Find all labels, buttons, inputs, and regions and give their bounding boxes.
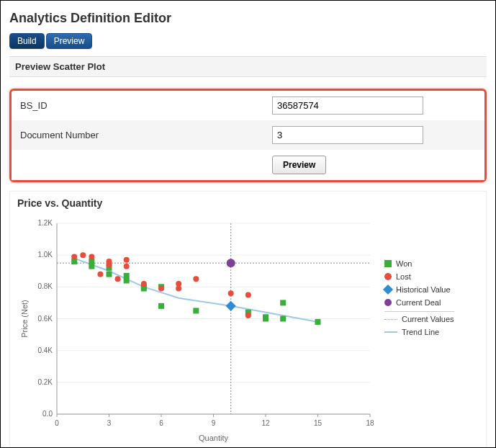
highlight-box: BS_ID Document Number Preview: [9, 89, 487, 182]
form-row-bsid: BS_ID: [12, 91, 484, 120]
tab-preview[interactable]: Preview: [46, 33, 93, 49]
svg-rect-43: [193, 308, 199, 313]
svg-text:Price (Net): Price (Net): [20, 300, 29, 338]
line-icon: [384, 331, 397, 333]
legend-currentdeal-label: Current Deal: [396, 298, 441, 307]
svg-point-58: [124, 257, 130, 263]
chart-title: Price vs. Quantity: [17, 197, 479, 209]
svg-point-50: [71, 254, 77, 259]
circle-icon: [384, 273, 392, 280]
legend-lost-label: Lost: [396, 272, 411, 281]
bsid-label: BS_ID: [20, 100, 272, 111]
svg-text:0.2K: 0.2K: [37, 378, 53, 386]
svg-point-64: [228, 290, 234, 296]
legend-currentvalues-label: Current Values: [402, 315, 454, 323]
chart-card: Price vs. Quantity 0.00.2K0.4K0.6K0.8K1.…: [9, 191, 487, 448]
svg-text:3: 3: [107, 419, 112, 427]
svg-text:0.0: 0.0: [42, 410, 53, 418]
legend-historical: Historical Value: [384, 285, 454, 294]
svg-rect-67: [226, 301, 236, 311]
diamond-icon: [383, 285, 393, 295]
svg-point-62: [176, 286, 181, 292]
svg-text:6: 6: [159, 419, 163, 427]
legend-lost: Lost: [384, 272, 454, 281]
svg-text:18: 18: [366, 419, 374, 427]
svg-text:0.4K: 0.4K: [37, 346, 53, 354]
svg-point-53: [97, 272, 103, 277]
svg-rect-36: [107, 272, 112, 277]
svg-rect-48: [280, 316, 286, 322]
tabs: Build Preview: [9, 33, 487, 49]
svg-text:9: 9: [212, 419, 216, 427]
legend-currentvalues: Current Values: [384, 315, 454, 323]
svg-point-52: [89, 254, 94, 259]
svg-rect-46: [263, 316, 269, 322]
svg-rect-42: [158, 303, 164, 309]
svg-text:15: 15: [314, 419, 323, 427]
svg-point-68: [227, 259, 235, 267]
svg-text:Quantity: Quantity: [199, 434, 228, 442]
legend-currentdeal: Current Deal: [384, 298, 454, 307]
legend-trend: Trend Line: [384, 328, 454, 336]
svg-point-57: [124, 264, 130, 269]
svg-rect-38: [124, 278, 130, 284]
scatter-chart: 0.00.2K0.4K0.6K0.8K1.0K1.2K0369121518Qua…: [17, 216, 377, 447]
chart-legend: Won Lost Historical Value Current Deal C…: [384, 259, 454, 341]
svg-text:1.2K: 1.2K: [37, 219, 53, 227]
svg-point-56: [115, 276, 121, 282]
svg-point-65: [245, 292, 251, 297]
svg-text:0: 0: [55, 419, 59, 427]
dotted-line-icon: [384, 319, 397, 320]
svg-point-63: [193, 276, 199, 282]
svg-rect-47: [280, 300, 286, 305]
svg-text:0.8K: 0.8K: [37, 282, 53, 290]
preview-button[interactable]: Preview: [272, 156, 326, 174]
docnum-label: Document Number: [20, 130, 272, 140]
form-row-docnum: Document Number: [12, 120, 484, 150]
square-icon: [384, 260, 392, 267]
svg-point-51: [80, 252, 86, 258]
form-actions: Preview: [12, 150, 484, 180]
legend-trend-label: Trend Line: [402, 328, 439, 336]
svg-point-66: [245, 313, 251, 318]
svg-rect-49: [315, 319, 321, 325]
svg-rect-34: [89, 264, 94, 269]
svg-point-60: [158, 286, 164, 292]
svg-text:0.6K: 0.6K: [37, 315, 53, 323]
section-title: Preview Scatter Plot: [9, 56, 487, 77]
bsid-input[interactable]: [272, 97, 423, 115]
svg-text:12: 12: [261, 419, 270, 427]
tab-build[interactable]: Build: [9, 33, 45, 49]
svg-point-55: [107, 261, 112, 267]
svg-point-59: [141, 281, 147, 287]
legend-historical-label: Historical Value: [396, 285, 451, 294]
legend-won: Won: [384, 259, 454, 268]
legend-won-label: Won: [396, 259, 412, 268]
page-title: Analytics Definition Editor: [9, 11, 487, 26]
svg-text:1.0K: 1.0K: [37, 251, 53, 259]
docnum-input[interactable]: [272, 126, 423, 144]
circle-icon: [384, 299, 392, 306]
